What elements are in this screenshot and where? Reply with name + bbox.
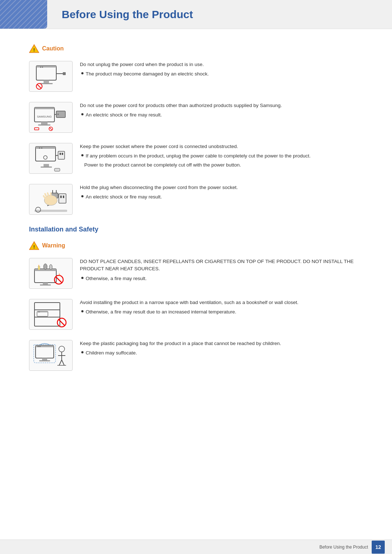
- page-title: Before Using the Product: [62, 8, 193, 21]
- svg-line-13: [37, 84, 41, 89]
- svg-rect-18: [38, 124, 50, 126]
- svg-point-73: [38, 346, 39, 347]
- svg-rect-7: [40, 83, 53, 84]
- warning-illustration-3: [29, 340, 73, 371]
- svg-rect-17: [41, 122, 48, 124]
- warning-section-header: ! Warning: [29, 241, 363, 251]
- svg-rect-45: [59, 194, 66, 203]
- svg-point-74: [40, 346, 41, 347]
- caution-bullet-text-3-0: If any problem occurs in the product, un…: [86, 152, 311, 160]
- svg-rect-32: [58, 151, 65, 159]
- caution-text-2: Do not use the power cord for products o…: [80, 102, 363, 120]
- warning-text-3: Keep the plastic packaging bag for the p…: [80, 340, 363, 358]
- warning-bullet-text-1-0: Otherwise, a fire may result.: [86, 275, 147, 282]
- bullet-dot: [81, 113, 83, 115]
- caution-item-1: Do not unplug the power cord when the pr…: [29, 61, 363, 92]
- svg-line-35: [56, 155, 58, 156]
- svg-line-80: [59, 360, 62, 365]
- svg-point-9: [42, 67, 43, 68]
- svg-rect-22: [34, 128, 39, 130]
- svg-rect-1: [0, 0, 47, 29]
- svg-rect-33: [60, 153, 61, 155]
- bullet-dot: [81, 277, 83, 279]
- svg-line-81: [62, 360, 64, 365]
- svg-rect-75: [42, 358, 47, 360]
- svg-rect-26: [36, 147, 56, 149]
- svg-point-56: [44, 264, 47, 270]
- stripe-decoration: [0, 0, 47, 29]
- caution-illustration-1: [29, 61, 73, 92]
- installation-heading: Installation and Safety: [29, 226, 363, 233]
- warning-item-1: DO NOT PLACE CANDLES, INSECT REPELLANTS …: [29, 258, 363, 289]
- warning-item-2: Avoid installing the product in a narrow…: [29, 299, 363, 330]
- svg-text:!: !: [33, 244, 35, 250]
- warning-main-3: Keep the plastic packaging bag for the p…: [80, 340, 363, 347]
- warning-bullet-3-0: Children may suffocate.: [81, 349, 363, 357]
- svg-rect-47: [63, 196, 64, 198]
- warning-icon: !: [29, 241, 39, 251]
- svg-point-57: [49, 264, 52, 270]
- bullet-dot: [81, 154, 83, 156]
- svg-point-77: [59, 346, 65, 352]
- svg-rect-4: [36, 66, 56, 80]
- footer-text: Before Using the Product: [319, 545, 368, 550]
- caution-bullet-1-0: The product may become damaged by an ele…: [81, 70, 363, 78]
- svg-line-24: [49, 127, 52, 130]
- svg-point-27: [39, 148, 40, 149]
- warning-item-3: Keep the plastic packaging bag for the p…: [29, 340, 363, 371]
- bullet-dot: [81, 351, 83, 353]
- svg-point-68: [39, 312, 40, 312]
- warning-label: Warning: [42, 242, 65, 249]
- caution-illustration-4: [29, 184, 73, 215]
- svg-text:!: !: [33, 47, 35, 53]
- svg-rect-46: [60, 196, 62, 198]
- caution-illustration-2: SAMSUNG: [29, 102, 73, 133]
- caution-bullet-4-0: An electric shock or fire may result.: [81, 193, 363, 201]
- svg-rect-76: [39, 360, 50, 361]
- bullet-dot: [81, 310, 83, 312]
- caution-text-3: Keep the power socket where the power co…: [80, 143, 363, 169]
- svg-rect-36: [54, 168, 60, 171]
- page-footer: Before Using the Product 12: [0, 539, 392, 554]
- warning-bullet-text-2-0: Otherwise, a fire may result due to an i…: [86, 308, 236, 316]
- svg-rect-62: [34, 303, 60, 326]
- caution-text-4: Hold the plug when disconnecting the pow…: [80, 184, 363, 202]
- svg-rect-31: [41, 167, 52, 168]
- caution-bullet-text-2-0: An electric shock or fire may result.: [86, 111, 162, 119]
- svg-rect-11: [63, 72, 66, 75]
- svg-point-29: [44, 156, 47, 159]
- caution-main-4: Hold the plug when disconnecting the pow…: [80, 184, 363, 191]
- svg-rect-5: [36, 66, 56, 67]
- warning-bullet-text-3-0: Children may suffocate.: [86, 349, 137, 357]
- caution-main-1: Do not unplug the power cord when the pr…: [80, 61, 363, 68]
- svg-rect-34: [62, 153, 63, 155]
- caution-main-3: Keep the power socket where the power co…: [80, 143, 363, 150]
- caution-text-1: Do not unplug the power cord when the pr…: [80, 61, 363, 79]
- svg-line-21: [54, 114, 56, 115]
- caution-item-3: Keep the power socket where the power co…: [29, 143, 363, 174]
- svg-rect-48: [34, 210, 67, 212]
- caution-section-header: ! Caution: [29, 44, 363, 54]
- svg-text:SAMSUNG: SAMSUNG: [37, 115, 52, 118]
- svg-rect-30: [44, 164, 49, 167]
- svg-point-8: [40, 67, 41, 68]
- svg-rect-71: [36, 345, 54, 358]
- warning-bullet-2-0: Otherwise, a fire may result due to an i…: [81, 308, 363, 316]
- caution-bullet-2-0: An electric shock or fire may result.: [81, 111, 363, 119]
- caution-main-2: Do not use the power cord for products o…: [80, 102, 363, 109]
- svg-rect-6: [44, 80, 49, 83]
- bullet-dot: [81, 72, 83, 74]
- svg-rect-60: [43, 283, 48, 284]
- svg-point-67: [38, 312, 39, 312]
- svg-point-20: [57, 114, 59, 115]
- header-title-area: Before Using the Product: [47, 0, 392, 29]
- svg-rect-61: [40, 284, 51, 286]
- caution-bullet-text-4-0: An electric shock or fire may result.: [86, 193, 162, 201]
- svg-line-70: [58, 319, 65, 326]
- warning-text-1: DO NOT PLACE CANDLES, INSECT REPELLANTS …: [80, 258, 363, 284]
- page-header: Before Using the Product: [0, 0, 392, 29]
- warning-main-2: Avoid installing the product in a narrow…: [80, 299, 363, 306]
- warning-illustration-2: [29, 299, 73, 330]
- caution-sub-3-0: Power to the product cannot be completel…: [84, 161, 363, 169]
- main-content: ! Caution Do: [0, 29, 392, 403]
